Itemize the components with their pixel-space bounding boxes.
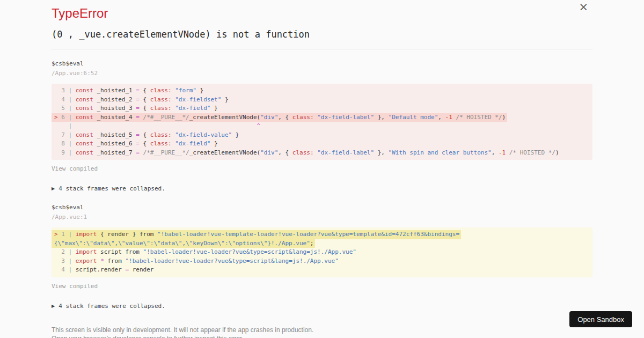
stack-frame-function: $csb$eval [52, 204, 592, 211]
error-message: (0 , _vue.createElementVNode) is not a f… [52, 29, 592, 40]
code-line: 7 | const _hoisted_5 = { class: "dx-fiel… [52, 131, 592, 140]
close-icon: × [579, 1, 588, 13]
footer-notes: This screen is visible only in developme… [52, 326, 592, 338]
code-line: 2 | import script from "!babel-loader!vu… [52, 248, 592, 257]
code-line: > 1 | import { render } from "!babel-loa… [52, 230, 461, 239]
stack-frame-function: $csb$eval [52, 60, 592, 67]
stack-frame-location: /App.vue:1 [52, 214, 592, 221]
collapsed-frames-label: 4 stack frames were collapsed. [58, 185, 165, 192]
open-sandbox-button[interactable]: Open Sandbox [569, 311, 632, 327]
code-line: | ^ [52, 122, 592, 131]
error-title: TypeError [52, 6, 592, 21]
close-button[interactable]: × [579, 2, 588, 13]
code-frame: > 1 | import { render } from "!babel-loa… [52, 227, 592, 277]
collapsed-frames-toggle[interactable]: ▶4 stack frames were collapsed. [52, 185, 165, 192]
stack-frame-location: /App.vue:6:52 [52, 70, 592, 77]
collapsed-frames-toggle[interactable]: ▶4 stack frames were collapsed. [52, 303, 165, 310]
expand-triangle-icon: ▶ [52, 186, 55, 191]
footer-note: Open your browser’s developer console to… [52, 334, 592, 338]
stack-frame-1: $csb$eval /App.vue:6:52 3 | const _hoist… [52, 60, 592, 192]
code-frame: 3 | const _hoisted_1 = { class: "form" }… [52, 84, 592, 160]
code-line: 9 | const _hoisted_7 = /*#__PURE__*/_cre… [52, 149, 592, 158]
code-line: 4 | const _hoisted_2 = { class: "dx-fiel… [52, 95, 592, 105]
code-line: 3 | const _hoisted_1 = { class: "form" } [52, 86, 592, 95]
code-line: 3 | export * from "!babel-loader!vue-loa… [52, 257, 592, 266]
collapsed-frames-label: 4 stack frames were collapsed. [58, 303, 165, 310]
code-line: {\"max\":\"data\",\"value\":\"data\",\"k… [52, 239, 315, 248]
view-compiled-link[interactable]: View compiled [52, 165, 98, 172]
header-divider [52, 49, 592, 49]
error-overlay: × TypeError (0 , _vue.createElementVNode… [52, 0, 592, 338]
code-line: > 6 | const _hoisted_4 = /*#__PURE__*/_c… [52, 113, 507, 122]
footer-note: This screen is visible only in developme… [52, 326, 592, 335]
code-line: 4 | script.render = render [52, 266, 592, 275]
stack-frame-2: $csb$eval /App.vue:1 > 1 | import { rend… [52, 204, 592, 310]
view-compiled-link[interactable]: View compiled [52, 283, 98, 290]
code-line: 8 | const _hoisted_6 = { class: "dx-fiel… [52, 139, 592, 149]
code-line: 5 | const _hoisted_3 = { class: "dx-fiel… [52, 104, 592, 113]
expand-triangle-icon: ▶ [52, 304, 55, 308]
